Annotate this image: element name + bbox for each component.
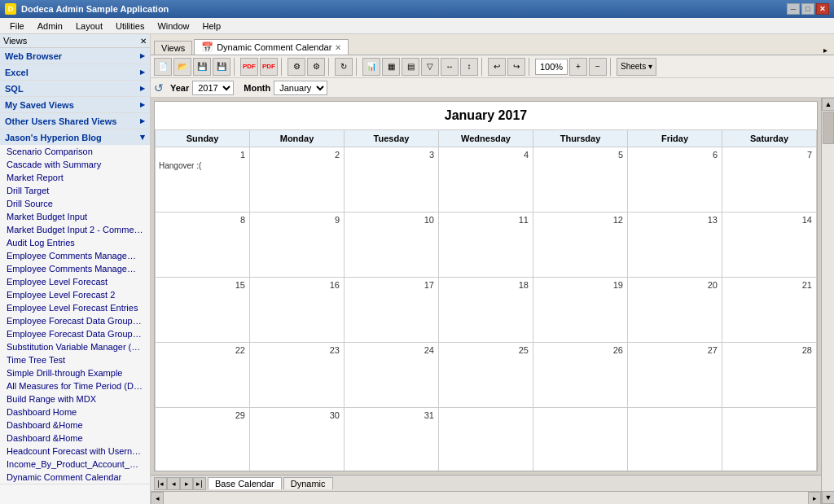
cal-day-24[interactable]: 24 (345, 343, 439, 408)
cal-day-7[interactable]: 7 (722, 147, 817, 213)
sidebar-section-header-sql[interactable]: SQL ▸ (0, 81, 150, 96)
sidebar-section-header-my-saved-views[interactable]: My Saved Views ▸ (0, 97, 150, 112)
toolbar-btn-pdf2[interactable]: PDF (260, 58, 278, 76)
sidebar-item-drill-source[interactable]: Drill Source (0, 197, 150, 210)
toolbar-btn-new[interactable]: 📄 (154, 58, 172, 76)
toolbar-btn-undo[interactable]: ↩ (488, 58, 506, 76)
menu-window[interactable]: Window (151, 20, 195, 33)
toolbar-btn-pdf[interactable]: PDF (240, 58, 258, 76)
close-button[interactable]: ✕ (816, 3, 829, 15)
sidebar-item-time-tree-test[interactable]: Time Tree Test (0, 353, 150, 366)
sidebar-section-header-jasons-blog[interactable]: Jason's Hyperion Blog ▾ (0, 129, 150, 145)
cal-day-10[interactable]: 10 (345, 213, 439, 278)
sidebar-item-cascade-with-summary[interactable]: Cascade with Summary (0, 158, 150, 171)
sheet-nav-last[interactable]: ▸| (193, 477, 206, 490)
sidebar-item-substitution-variable-manager[interactable]: Substitution Variable Manager (Vess) (0, 340, 150, 353)
sidebar-item-drill-target[interactable]: Drill Target (0, 184, 150, 197)
cal-day-18[interactable]: 18 (439, 278, 533, 343)
cal-day-2[interactable]: 2 (250, 147, 345, 213)
sheets-button[interactable]: Sheets ▾ (617, 58, 656, 76)
cal-day-21[interactable]: 21 (722, 278, 817, 343)
sidebar-section-header-other-users[interactable]: Other Users Shared Views ▸ (0, 113, 150, 129)
cal-day-9[interactable]: 9 (250, 213, 345, 278)
sidebar-item-audit-log[interactable]: Audit Log Entries (0, 236, 150, 249)
toolbar-btn-collapse[interactable]: ↕ (460, 58, 478, 76)
menu-layout[interactable]: Layout (69, 20, 109, 33)
scroll-left-button[interactable]: ◂ (151, 492, 164, 505)
cal-day-13[interactable]: 13 (628, 213, 722, 278)
sidebar-close-button[interactable]: ✕ (140, 37, 147, 46)
sheet-nav-next[interactable]: ▸ (180, 477, 193, 490)
nav-back-arrow[interactable]: ↺ (154, 81, 164, 94)
sidebar-item-market-budget-input[interactable]: Market Budget Input (0, 210, 150, 223)
sidebar-item-market-report[interactable]: Market Report (0, 171, 150, 184)
menu-file[interactable]: File (3, 20, 31, 33)
sidebar-item-simple-drill-through[interactable]: Simple Drill-through Example (0, 366, 150, 379)
cal-day-5[interactable]: 5 (533, 147, 628, 213)
cal-day-14[interactable]: 14 (722, 213, 817, 278)
year-select[interactable]: 2017 (192, 81, 234, 95)
cal-day-11[interactable]: 11 (439, 213, 533, 278)
sidebar-section-header-web-browser[interactable]: Web Browser ▸ (0, 48, 150, 64)
toolbar-btn-data[interactable]: ▦ (382, 58, 400, 76)
sidebar-item-employee-forecast-data-grouping-2[interactable]: Employee Forecast Data Grouping 2 (0, 327, 150, 340)
cal-day-15[interactable]: 15 (156, 278, 250, 343)
cal-day-6[interactable]: 6 (628, 147, 722, 213)
sidebar-item-dashboard-home-3[interactable]: Dashboard &Home (0, 432, 150, 445)
toolbar-btn-paste[interactable]: ⚙ (307, 58, 325, 76)
toolbar-btn-table[interactable]: ▤ (402, 58, 419, 76)
toolbar-btn-expand[interactable]: ↔ (441, 58, 459, 76)
sidebar-item-employee-level-forecast[interactable]: Employee Level Forecast (0, 275, 150, 288)
sidebar-item-build-range-mdx[interactable]: Build Range with MDX (0, 392, 150, 405)
cal-day-30[interactable]: 30 (250, 408, 345, 471)
minimize-button[interactable]: ─ (787, 3, 800, 15)
cal-day-1[interactable]: 1 Hangover :( (156, 147, 250, 213)
sheet-nav-first[interactable]: |◂ (154, 477, 167, 490)
sidebar-item-employee-comments[interactable]: Employee Comments Management (0, 262, 150, 275)
cal-day-26[interactable]: 26 (533, 343, 628, 408)
tab-right-arrow[interactable]: ▸ (820, 46, 831, 55)
maximize-button[interactable]: □ (801, 3, 814, 15)
scroll-up-button[interactable]: ▲ (822, 98, 834, 111)
cal-day-23[interactable]: 23 (250, 343, 345, 408)
cal-day-8[interactable]: 8 (156, 213, 250, 278)
zoom-input[interactable] (535, 59, 568, 75)
sidebar-item-income-by-product[interactable]: Income_By_Product_Account_Cascade (0, 458, 150, 471)
sidebar-item-market-budget-input-2[interactable]: Market Budget Input 2 - Comments (0, 223, 150, 236)
menu-admin[interactable]: Admin (31, 20, 69, 33)
cal-day-17[interactable]: 17 (345, 278, 439, 343)
tab-views[interactable]: Views (154, 41, 192, 55)
toolbar-btn-save[interactable]: 💾 (193, 58, 211, 76)
toolbar-btn-chart[interactable]: 📊 (362, 58, 380, 76)
menu-help[interactable]: Help (196, 20, 228, 33)
scroll-down-button[interactable]: ▼ (822, 491, 834, 504)
zoom-out-button[interactable]: − (589, 58, 607, 76)
cal-day-19[interactable]: 19 (533, 278, 628, 343)
bottom-scroll-track[interactable] (164, 492, 808, 505)
toolbar-btn-filter[interactable]: ▽ (421, 58, 439, 76)
sheet-tab-dynamic[interactable]: Dynamic (283, 477, 333, 489)
toolbar-btn-save2[interactable]: 💾 (213, 58, 230, 76)
toolbar-btn-refresh[interactable]: ↻ (335, 58, 353, 76)
cal-day-22[interactable]: 22 (156, 343, 250, 408)
cal-day-20[interactable]: 20 (628, 278, 722, 343)
cal-day-3[interactable]: 3 (345, 147, 439, 213)
sidebar-item-employee-level-forecast-2[interactable]: Employee Level Forecast 2 (0, 288, 150, 301)
toolbar-btn-copy[interactable]: ⚙ (288, 58, 305, 76)
sidebar-item-dynamic-comment-calendar[interactable]: Dynamic Comment Calendar (0, 471, 150, 484)
cal-day-31[interactable]: 31 (345, 408, 439, 471)
sidebar-item-scenario-comparison[interactable]: Scenario Comparison (0, 145, 150, 158)
sidebar-item-all-measures[interactable]: All Measures for Time Period (Drill Tar.… (0, 379, 150, 392)
sheet-tab-base-calendar[interactable]: Base Calendar (208, 477, 282, 489)
sidebar-item-employee-comments-e[interactable]: Employee Comments Management (E... (0, 249, 150, 262)
sidebar-item-dashboard-home-2[interactable]: Dashboard &Home (0, 419, 150, 432)
tab-dynamic-comment-calendar[interactable]: 📅 Dynamic Comment Calendar ✕ (194, 39, 349, 55)
month-select[interactable]: January (274, 81, 327, 95)
sidebar-item-headcount-forecast[interactable]: Headcount Forecast with Username (0, 445, 150, 458)
sidebar-item-dashboard-home[interactable]: Dashboard Home (0, 405, 150, 419)
cal-day-12[interactable]: 12 (533, 213, 628, 278)
toolbar-btn-open[interactable]: 📂 (173, 58, 191, 76)
cal-day-25[interactable]: 25 (439, 343, 533, 408)
sidebar-item-employee-forecast-data-grouping[interactable]: Employee Forecast Data Grouping (0, 314, 150, 327)
sheet-nav-prev[interactable]: ◂ (167, 477, 180, 490)
